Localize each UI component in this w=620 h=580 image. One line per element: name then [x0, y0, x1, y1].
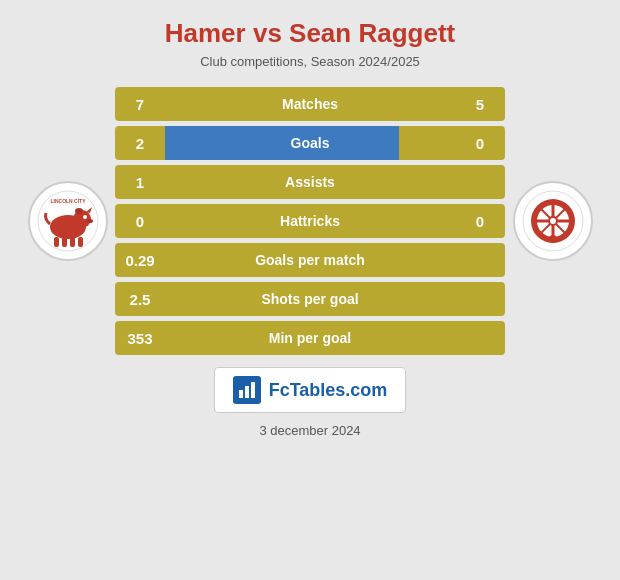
- goals-label: Goals: [165, 135, 455, 151]
- goals-right-value: 0: [455, 135, 505, 152]
- svg-point-20: [549, 235, 557, 243]
- hattricks-right-value: 0: [455, 213, 505, 230]
- fctables-icon: [233, 376, 261, 404]
- svg-point-9: [75, 208, 83, 214]
- stat-row-goals-per-match: 0.29 Goals per match: [115, 243, 505, 277]
- gpm-left-value: 0.29: [115, 252, 165, 269]
- goals-left-value: 2: [115, 135, 165, 152]
- right-logo-circle: [513, 181, 593, 261]
- svg-rect-23: [251, 382, 255, 398]
- assists-left-value: 1: [115, 174, 165, 191]
- left-logo-circle: LINCOLN CITY: [28, 181, 108, 261]
- main-content: LINCOLN CITY 7 Matches 5 2 Goals 0 1 As: [20, 87, 600, 355]
- page-container: Hamer vs Sean Raggett Club competitions,…: [0, 0, 620, 580]
- page-title: Hamer vs Sean Raggett: [165, 18, 455, 49]
- assists-label: Assists: [165, 174, 455, 190]
- matches-label: Matches: [165, 96, 455, 112]
- svg-rect-4: [62, 237, 67, 247]
- svg-point-19: [550, 218, 556, 224]
- lincoln-city-crest: LINCOLN CITY: [36, 189, 100, 253]
- spg-left-value: 2.5: [115, 291, 165, 308]
- stat-row-matches: 7 Matches 5: [115, 87, 505, 121]
- fctables-branding: FcTables.com: [214, 367, 407, 413]
- right-team-logo: [505, 181, 600, 261]
- fctables-text: FcTables.com: [269, 380, 388, 401]
- stats-column: 7 Matches 5 2 Goals 0 1 Assists 0 Hattri…: [115, 87, 505, 355]
- footer-date: 3 december 2024: [259, 423, 360, 438]
- stat-row-shots-per-goal: 2.5 Shots per goal: [115, 282, 505, 316]
- svg-point-8: [87, 219, 93, 223]
- svg-rect-5: [70, 237, 75, 247]
- svg-rect-21: [239, 390, 243, 398]
- svg-rect-3: [54, 237, 59, 247]
- svg-point-7: [83, 215, 87, 219]
- svg-text:LINCOLN CITY: LINCOLN CITY: [50, 198, 86, 204]
- stat-row-assists: 1 Assists: [115, 165, 505, 199]
- svg-rect-22: [245, 386, 249, 398]
- fctables-bar-chart-icon: [237, 380, 257, 400]
- matches-left-value: 7: [115, 96, 165, 113]
- rotherham-crest: [521, 189, 585, 253]
- mpg-left-value: 353: [115, 330, 165, 347]
- hattricks-left-value: 0: [115, 213, 165, 230]
- matches-right-value: 5: [455, 96, 505, 113]
- spg-label: Shots per goal: [165, 291, 455, 307]
- stat-row-goals: 2 Goals 0: [115, 126, 505, 160]
- stat-row-hattricks: 0 Hattricks 0: [115, 204, 505, 238]
- mpg-label: Min per goal: [165, 330, 455, 346]
- left-team-logo: LINCOLN CITY: [20, 181, 115, 261]
- svg-rect-6: [78, 237, 83, 247]
- hattricks-label: Hattricks: [165, 213, 455, 229]
- stat-row-min-per-goal: 353 Min per goal: [115, 321, 505, 355]
- gpm-label: Goals per match: [165, 252, 455, 268]
- page-subtitle: Club competitions, Season 2024/2025: [200, 54, 420, 69]
